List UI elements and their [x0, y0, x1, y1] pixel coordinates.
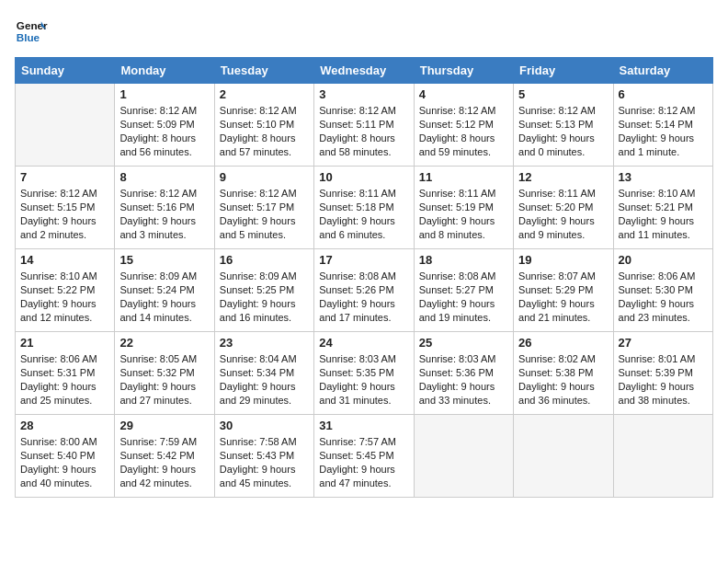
calendar-cell: 30Sunrise: 7:58 AMSunset: 5:43 PMDayligh… — [214, 415, 313, 498]
sunrise-line: Sunrise: 8:02 AM — [518, 352, 608, 366]
day-number: 11 — [419, 170, 508, 184]
sunrise-line: Sunrise: 7:58 AM — [220, 435, 309, 449]
daylight-line: Daylight: 9 hours and 21 minutes. — [518, 297, 608, 325]
weekday-header-row: SundayMondayTuesdayWednesdayThursdayFrid… — [16, 58, 713, 84]
sunset-line: Sunset: 5:30 PM — [619, 283, 708, 297]
week-row: 21Sunrise: 8:06 AMSunset: 5:31 PMDayligh… — [16, 332, 713, 415]
day-number: 29 — [119, 419, 209, 432]
sunrise-line: Sunrise: 8:12 AM — [220, 187, 309, 201]
daylight-line: Daylight: 9 hours and 36 minutes. — [518, 380, 608, 408]
calendar-cell: 9Sunrise: 8:12 AMSunset: 5:17 PMDaylight… — [214, 167, 313, 249]
day-number: 6 — [619, 87, 708, 101]
daylight-line: Daylight: 9 hours and 45 minutes. — [220, 463, 309, 490]
sunset-line: Sunset: 5:22 PM — [20, 283, 109, 297]
daylight-line: Daylight: 9 hours and 2 minutes. — [20, 214, 109, 242]
sunset-line: Sunset: 5:36 PM — [419, 366, 508, 380]
day-number: 25 — [419, 336, 508, 350]
sunset-line: Sunset: 5:38 PM — [518, 366, 608, 380]
calendar-cell: 10Sunrise: 8:11 AMSunset: 5:18 PMDayligh… — [314, 167, 414, 249]
sunrise-line: Sunrise: 8:12 AM — [220, 104, 309, 118]
day-number: 10 — [319, 170, 408, 184]
day-number: 9 — [220, 170, 309, 184]
weekday-header-cell: Monday — [115, 58, 214, 84]
logo-icon: General Blue — [15, 15, 48, 48]
calendar-cell: 28Sunrise: 8:00 AMSunset: 5:40 PMDayligh… — [16, 415, 115, 498]
calendar-cell: 11Sunrise: 8:11 AMSunset: 5:19 PMDayligh… — [414, 167, 513, 249]
sunrise-line: Sunrise: 8:03 AM — [319, 352, 408, 366]
calendar-cell: 24Sunrise: 8:03 AMSunset: 5:35 PMDayligh… — [314, 332, 414, 415]
sunset-line: Sunset: 5:26 PM — [319, 283, 408, 297]
sunrise-line: Sunrise: 8:08 AM — [319, 270, 408, 283]
sunrise-line: Sunrise: 8:12 AM — [419, 104, 508, 118]
daylight-line: Daylight: 9 hours and 12 minutes. — [20, 297, 109, 325]
calendar-cell: 7Sunrise: 8:12 AMSunset: 5:15 PMDaylight… — [16, 167, 115, 249]
sunrise-line: Sunrise: 8:09 AM — [220, 270, 309, 283]
weekday-header-cell: Friday — [514, 58, 613, 84]
calendar-cell: 19Sunrise: 8:07 AMSunset: 5:29 PMDayligh… — [514, 249, 613, 332]
weekday-header-cell: Sunday — [16, 58, 115, 84]
daylight-line: Daylight: 8 hours and 57 minutes. — [220, 132, 309, 159]
daylight-line: Daylight: 9 hours and 14 minutes. — [119, 297, 209, 325]
sunset-line: Sunset: 5:15 PM — [20, 201, 109, 214]
day-number: 2 — [220, 87, 309, 101]
sunset-line: Sunset: 5:31 PM — [20, 366, 109, 380]
sunrise-line: Sunrise: 8:03 AM — [419, 352, 508, 366]
calendar-cell: 31Sunrise: 7:57 AMSunset: 5:45 PMDayligh… — [314, 415, 414, 498]
sunset-line: Sunset: 5:35 PM — [319, 366, 408, 380]
day-number: 15 — [119, 253, 209, 267]
sunset-line: Sunset: 5:24 PM — [119, 283, 209, 297]
calendar-cell: 21Sunrise: 8:06 AMSunset: 5:31 PMDayligh… — [16, 332, 115, 415]
calendar-body: 1Sunrise: 8:12 AMSunset: 5:09 PMDaylight… — [16, 84, 713, 498]
sunrise-line: Sunrise: 8:06 AM — [619, 270, 708, 283]
day-number: 19 — [518, 253, 608, 267]
day-number: 7 — [20, 170, 109, 184]
daylight-line: Daylight: 9 hours and 11 minutes. — [619, 214, 708, 242]
sunrise-line: Sunrise: 8:06 AM — [20, 352, 109, 366]
daylight-line: Daylight: 9 hours and 19 minutes. — [419, 297, 508, 325]
sunset-line: Sunset: 5:29 PM — [518, 283, 608, 297]
calendar-cell: 25Sunrise: 8:03 AMSunset: 5:36 PMDayligh… — [414, 332, 513, 415]
calendar-cell: 20Sunrise: 8:06 AMSunset: 5:30 PMDayligh… — [613, 249, 712, 332]
calendar-cell: 3Sunrise: 8:12 AMSunset: 5:11 PMDaylight… — [314, 84, 414, 167]
sunset-line: Sunset: 5:10 PM — [220, 118, 309, 132]
daylight-line: Daylight: 9 hours and 8 minutes. — [419, 214, 508, 242]
day-number: 1 — [119, 87, 209, 101]
sunset-line: Sunset: 5:16 PM — [119, 201, 209, 214]
calendar-cell: 17Sunrise: 8:08 AMSunset: 5:26 PMDayligh… — [314, 249, 414, 332]
day-number: 30 — [220, 419, 309, 432]
sunset-line: Sunset: 5:20 PM — [518, 201, 608, 214]
weekday-header-cell: Thursday — [414, 58, 513, 84]
sunset-line: Sunset: 5:18 PM — [319, 201, 408, 214]
day-number: 4 — [419, 87, 508, 101]
day-number: 26 — [518, 336, 608, 350]
week-row: 28Sunrise: 8:00 AMSunset: 5:40 PMDayligh… — [16, 415, 713, 498]
daylight-line: Daylight: 9 hours and 29 minutes. — [220, 380, 309, 408]
calendar-cell: 18Sunrise: 8:08 AMSunset: 5:27 PMDayligh… — [414, 249, 513, 332]
sunrise-line: Sunrise: 7:59 AM — [119, 435, 209, 449]
daylight-line: Daylight: 9 hours and 1 minute. — [619, 132, 708, 159]
daylight-line: Daylight: 8 hours and 56 minutes. — [119, 132, 209, 159]
sunrise-line: Sunrise: 8:10 AM — [619, 187, 708, 201]
sunset-line: Sunset: 5:43 PM — [220, 449, 309, 463]
sunset-line: Sunset: 5:13 PM — [518, 118, 608, 132]
day-number: 5 — [518, 87, 608, 101]
week-row: 7Sunrise: 8:12 AMSunset: 5:15 PMDaylight… — [16, 167, 713, 249]
week-row: 14Sunrise: 8:10 AMSunset: 5:22 PMDayligh… — [16, 249, 713, 332]
daylight-line: Daylight: 9 hours and 23 minutes. — [619, 297, 708, 325]
day-number: 28 — [20, 419, 109, 432]
calendar-cell — [514, 415, 613, 498]
sunset-line: Sunset: 5:25 PM — [220, 283, 309, 297]
sunrise-line: Sunrise: 8:12 AM — [619, 104, 708, 118]
day-number: 27 — [619, 336, 708, 350]
logo: General Blue — [15, 15, 51, 48]
page-header: General Blue — [15, 15, 713, 48]
sunrise-line: Sunrise: 8:04 AM — [220, 352, 309, 366]
calendar-cell: 1Sunrise: 8:12 AMSunset: 5:09 PMDaylight… — [115, 84, 214, 167]
sunset-line: Sunset: 5:34 PM — [220, 366, 309, 380]
sunset-line: Sunset: 5:39 PM — [619, 366, 708, 380]
sunrise-line: Sunrise: 8:12 AM — [20, 187, 109, 201]
sunset-line: Sunset: 5:40 PM — [20, 449, 109, 463]
sunrise-line: Sunrise: 8:05 AM — [119, 352, 209, 366]
weekday-header-cell: Tuesday — [214, 58, 313, 84]
day-number: 20 — [619, 253, 708, 267]
